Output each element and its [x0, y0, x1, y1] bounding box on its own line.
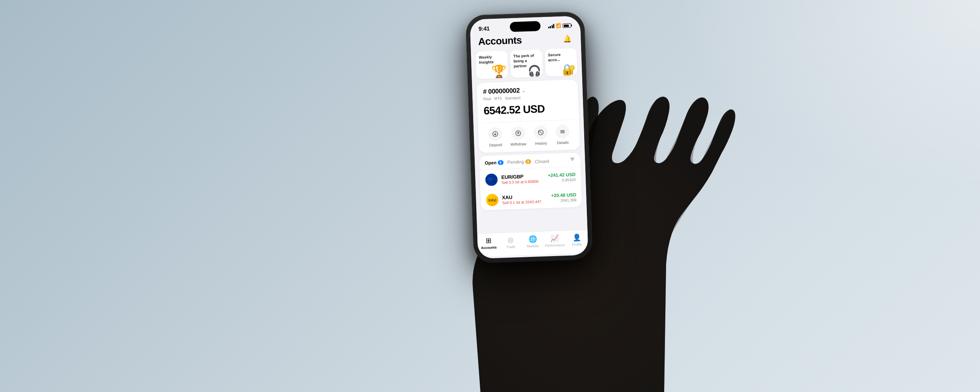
phone-shell: 9:41 📶 [466, 11, 593, 263]
account-chevron-icon: ⌄ [522, 88, 525, 93]
promo-card-weekly-insights[interactable]: Weekly Insights 🏆 [475, 51, 508, 79]
tab-open[interactable]: Open 8 [485, 160, 503, 166]
trade-nav-label: Trade [506, 245, 516, 249]
nav-item-profile[interactable]: 👤 Profile [566, 233, 588, 247]
performance-nav-icon: 📈 [550, 234, 559, 243]
account-tag-standard: Standard [505, 96, 521, 100]
xau-price: 2041.399 [551, 198, 577, 203]
nav-item-markets[interactable]: 🌐 Markets [522, 235, 544, 248]
trades-section: Open 8 Pending 3 Closed [479, 152, 582, 210]
account-tag-mt5: MT5 [494, 96, 502, 101]
eurgbp-values: +241.42 USD 0.85420 [548, 172, 576, 183]
details-label: Details [557, 140, 569, 145]
trade-nav-icon: ◎ [508, 236, 514, 245]
history-button[interactable]: History [534, 125, 548, 145]
bell-icon: 🔔 [563, 34, 572, 43]
notification-button[interactable]: 🔔 [562, 33, 573, 44]
lock-icon: 🔐 [562, 64, 576, 75]
tab-closed-label: Closed [535, 158, 549, 164]
tab-open-label: Open [485, 160, 497, 166]
battery-icon [563, 23, 572, 28]
status-time: 9:41 [479, 25, 490, 32]
headphones-icon: 🎧 [528, 65, 542, 77]
status-icons: 📶 [548, 23, 572, 29]
account-card: # 000000002 ⌄ Real MT5 Standard 6542.52 … [477, 79, 580, 153]
deposit-label: Deposit [489, 142, 502, 147]
details-icon [555, 124, 570, 139]
trade-item-xau[interactable]: XAU XAU Sell 0.1 lot at 2043.447 +20.48 … [480, 187, 582, 210]
trophy-icon: 🏆 [491, 65, 507, 78]
tab-pending-label: Pending [507, 159, 524, 165]
nav-item-performance[interactable]: 📈 Performance [544, 234, 566, 248]
signal-bars-icon [548, 24, 555, 29]
promo-card-secure-label: Secure acco... [548, 52, 569, 62]
wifi-icon: 📶 [556, 23, 561, 28]
action-buttons: Deposit Withdraw History [484, 119, 574, 147]
xau-info: XAU Sell 0.1 lot at 2043.447 [502, 193, 548, 205]
account-tag-real: Real [483, 96, 492, 101]
accounts-nav-icon: ⊞ [486, 237, 492, 245]
history-label: History [535, 141, 547, 145]
app-content: Accounts 🔔 Weekly Insights 🏆 The perk of… [470, 31, 588, 257]
promo-card-secure[interactable]: Secure acco... 🔐 [545, 48, 578, 77]
nav-item-accounts[interactable]: ⊞ Accounts [477, 236, 500, 250]
phone-screen: 9:41 📶 [470, 16, 589, 259]
promo-card-partner[interactable]: The perk of being a partner 🎧 [510, 49, 543, 78]
withdraw-icon [511, 126, 525, 140]
account-number: # 000000002 [483, 87, 520, 96]
markets-nav-icon: 🌐 [528, 235, 537, 243]
account-balance: 6542.52 USD [483, 102, 573, 117]
page-title: Accounts [478, 34, 522, 48]
history-icon [534, 125, 548, 139]
withdraw-label: Withdraw [511, 142, 527, 146]
profile-nav-label: Profile [572, 242, 582, 247]
promo-card-weekly-insights-label: Weekly Insights [479, 54, 502, 65]
eurgbp-info: EUR/GBP Sell 0.5 lot at 0.85800 [501, 173, 544, 185]
xau-flag: XAU [486, 194, 499, 206]
deposit-button[interactable]: Deposit [488, 127, 503, 147]
eurgbp-flag: 🇪🇺 [485, 173, 498, 186]
eurgbp-pnl: +241.42 USD [548, 172, 576, 178]
bottom-nav: ⊞ Accounts ◎ Trade 🌐 Markets 📈 Performan… [477, 230, 588, 257]
xau-values: +20.48 USD 2041.399 [551, 192, 577, 203]
withdraw-button[interactable]: Withdraw [510, 126, 526, 146]
trade-item-eurgbp[interactable]: 🇪🇺 EUR/GBP Sell 0.5 lot at 0.85800 +241.… [480, 167, 581, 190]
promo-cards-row: Weekly Insights 🏆 The perk of being a pa… [471, 48, 583, 83]
phone-device: 9:41 📶 [466, 11, 593, 263]
xau-pnl: +20.48 USD [551, 192, 577, 198]
markets-nav-label: Markets [527, 244, 539, 248]
accounts-nav-label: Accounts [481, 245, 497, 250]
nav-item-trade[interactable]: ◎ Trade [500, 235, 522, 249]
performance-nav-label: Performance [545, 243, 565, 248]
sort-button[interactable] [570, 157, 575, 163]
sort-icon [570, 157, 575, 162]
deposit-icon [488, 127, 503, 141]
tab-closed[interactable]: Closed [535, 157, 549, 165]
profile-nav-icon: 👤 [572, 233, 581, 242]
eurgbp-price: 0.85420 [548, 178, 576, 183]
tab-pending[interactable]: Pending 3 [507, 159, 531, 165]
tab-open-badge: 8 [498, 160, 503, 165]
tab-pending-badge: 3 [525, 159, 531, 164]
dynamic-island [510, 21, 541, 32]
details-button[interactable]: Details [555, 124, 570, 145]
